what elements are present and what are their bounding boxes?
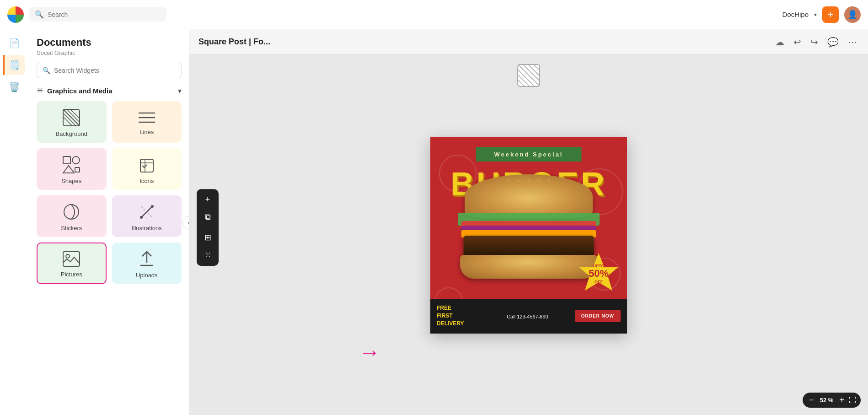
widget-card-icons[interactable]: Icons	[112, 148, 182, 190]
svg-rect-22	[63, 252, 80, 266]
canvas-header-actions: ☁ ↩ ↪ 💬 ⋯	[773, 35, 859, 49]
search-icon: 🔍	[35, 10, 44, 19]
svg-point-19	[140, 216, 143, 219]
pattern-icon	[517, 64, 540, 87]
add-element-button[interactable]: +	[199, 192, 216, 208]
avatar[interactable]: 👤	[844, 6, 861, 23]
svg-line-18	[145, 206, 152, 214]
svg-point-10	[72, 156, 80, 164]
sesame-seeds	[507, 180, 550, 182]
bun-bottom	[460, 255, 597, 279]
widget-grid: Background Lines Shapes	[37, 101, 182, 284]
svg-line-2	[63, 113, 76, 126]
canvas-viewport: + ⧉ ⊞ ⁙ →	[189, 55, 868, 415]
zoom-value: 52 %	[818, 397, 835, 404]
canvas-left-toolbar: + ⧉ ⊞ ⁙	[197, 189, 219, 266]
svg-point-16	[64, 205, 79, 219]
undo-button[interactable]: ↩	[792, 35, 803, 49]
svg-marker-11	[63, 166, 74, 173]
widget-card-stickers[interactable]: Stickers	[37, 195, 107, 237]
document-icon: 📄	[9, 38, 20, 49]
shapes-label: Shapes	[61, 178, 81, 184]
widget-card-shapes[interactable]: Shapes	[37, 148, 107, 190]
svg-rect-12	[75, 167, 80, 172]
canvas-area: Square Post | Fo... ☁ ↩ ↪ 💬 ⋯ + ⧉ ⊞ ⁙	[189, 29, 868, 415]
panel-collapse-button[interactable]: ‹	[182, 216, 189, 229]
background-icon	[62, 108, 80, 127]
navbar-right: DocHipo ▾ + 👤	[782, 6, 861, 23]
icons-label: Icons	[139, 178, 154, 184]
zoom-out-button[interactable]: −	[807, 394, 816, 406]
stickers-label: Stickers	[61, 225, 82, 232]
svg-rect-9	[63, 156, 70, 164]
icon-sidebar: 📄 🗒️ 🗑️	[0, 29, 29, 415]
sidebar-item-document[interactable]: 📄	[5, 33, 25, 53]
search-input[interactable]	[48, 11, 161, 18]
widget-card-uploads[interactable]: Uploads	[112, 243, 182, 284]
lines-label: Lines	[139, 129, 154, 135]
canvas-title: Square Post | Fo...	[198, 37, 270, 47]
zoom-controls: − 52 % + ⛶	[803, 393, 861, 408]
panel-title: Documents	[37, 37, 182, 49]
poster-background: Weekend Special BURGER	[430, 137, 627, 334]
uploads-label: Uploads	[136, 272, 158, 279]
icons-icon	[139, 156, 155, 174]
add-button[interactable]: +	[822, 6, 839, 23]
zoom-expand-button[interactable]: ⛶	[849, 396, 856, 404]
dotgrid-button[interactable]: ⁙	[199, 247, 216, 263]
stickers-icon	[62, 203, 80, 221]
navbar: 🔍 DocHipo ▾ + 👤	[0, 0, 868, 29]
illustrations-icon	[138, 203, 156, 221]
widget-card-background[interactable]: Background	[37, 101, 107, 143]
svg-point-20	[151, 205, 154, 208]
svg-line-3	[67, 109, 80, 122]
free-delivery-text: FREE FIRST DELIVERY	[437, 304, 480, 327]
cloud-save-button[interactable]: ☁	[773, 35, 786, 49]
order-now-button[interactable]: ORDER NOW	[575, 310, 621, 322]
lines-icon	[138, 110, 156, 125]
search-icon: 🔍	[43, 67, 50, 74]
discount-badge: UPTO 50% OFF	[578, 252, 620, 294]
trash-icon: 🗑️	[9, 81, 20, 92]
widget-card-lines[interactable]: Lines	[112, 101, 182, 143]
comment-button[interactable]: 💬	[825, 35, 841, 49]
duplicate-button[interactable]: ⧉	[199, 209, 216, 226]
more-options-button[interactable]: ⋯	[846, 35, 859, 49]
sidebar-item-trash[interactable]: 🗑️	[5, 77, 25, 97]
poster-bottom-bar: FREE FIRST DELIVERY Call 123-4567-890 OR…	[430, 299, 627, 334]
section-label: Graphics and Media	[47, 87, 113, 95]
poster: Weekend Special BURGER	[430, 137, 627, 334]
zoom-in-button[interactable]: +	[837, 394, 846, 406]
svg-point-23	[66, 254, 70, 258]
canvas-header: Square Post | Fo... ☁ ↩ ↪ 💬 ⋯	[189, 29, 868, 55]
shapes-icon	[62, 156, 80, 174]
pictures-icon	[62, 251, 80, 267]
phone-text: Call 123-4567-890	[484, 312, 571, 320]
graphics-media-section-header[interactable]: ✳ Graphics and Media ▾	[37, 86, 182, 96]
chevron-down-icon: ▾	[814, 11, 817, 18]
uploads-icon	[139, 250, 155, 268]
widget-search-input[interactable]	[54, 67, 176, 74]
app-logo[interactable]	[7, 6, 24, 23]
arrow-indicator: →	[359, 340, 380, 365]
widget-search-bar[interactable]: 🔍	[37, 63, 182, 78]
widget-card-illustrations[interactable]: Illustrations	[112, 195, 182, 237]
graphics-icon: ✳	[37, 86, 43, 96]
search-bar[interactable]: 🔍	[29, 7, 166, 22]
poster-banner: Weekend Special	[476, 147, 582, 162]
background-label: Background	[56, 130, 87, 137]
page-icon: 🗒️	[9, 59, 20, 70]
chevron-down-icon: ▾	[178, 86, 182, 95]
illustrations-label: Illustrations	[132, 225, 162, 232]
widget-panel: Documents Social Graphic 🔍 ✳ Graphics an…	[29, 29, 189, 415]
redo-button[interactable]: ↪	[809, 35, 820, 49]
pictures-label: Pictures	[61, 271, 82, 278]
grid-view-button[interactable]: ⊞	[199, 229, 216, 246]
brand-name[interactable]: DocHipo	[782, 11, 809, 18]
panel-subtitle: Social Graphic	[37, 49, 182, 56]
main-layout: 📄 🗒️ 🗑️ Documents Social Graphic 🔍 ✳ Gra…	[0, 29, 868, 415]
sidebar-item-page[interactable]: 🗒️	[3, 55, 25, 75]
widget-card-pictures[interactable]: Pictures	[37, 243, 107, 284]
svg-line-1	[63, 109, 80, 126]
